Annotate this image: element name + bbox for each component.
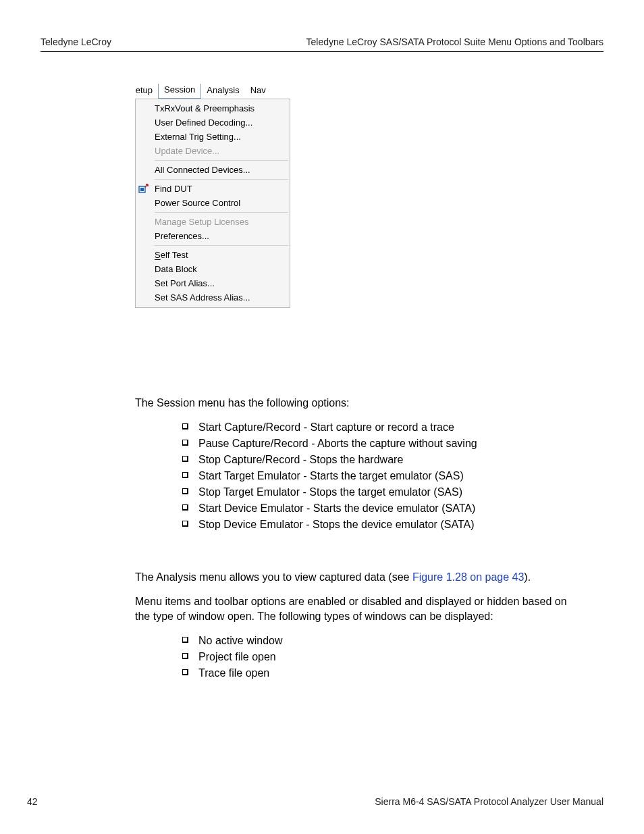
page-footer: 42 Sierra M6-4 SAS/SATA Protocol Analyze…: [27, 796, 603, 807]
list-item: Project file open: [182, 650, 581, 664]
dropdown-menu: TxRxVout & Preemphasis User Defined Deco…: [135, 99, 290, 308]
window-types-list: No active window Project file open Trace…: [135, 633, 581, 681]
session-menu-list: Start Capture/Record - Start capture or …: [135, 420, 581, 532]
menu-item-self-test[interactable]: Self Test: [136, 248, 290, 262]
list-item: Stop Capture/Record - Stops the hardware: [182, 452, 581, 467]
menu-analysis[interactable]: Analysis: [201, 84, 244, 99]
text: The Analysis menu allows you to view cap…: [135, 571, 412, 583]
header-left: Teledyne LeCroy: [41, 36, 111, 47]
menu-item-manage-setup-licenses: Manage Setup Licenses: [136, 215, 290, 229]
list-item: Start Device Emulator - Starts the devic…: [182, 501, 581, 516]
menu-separator: [155, 212, 288, 213]
menu-item-external-trig[interactable]: External Trig Setting...: [136, 130, 290, 144]
menu-item-preferences[interactable]: Preferences...: [136, 229, 290, 243]
menu-item-find-dut[interactable]: Find DUT: [136, 182, 290, 196]
figure-link[interactable]: Figure 1.28 on page 43: [412, 571, 524, 583]
menu-item-data-block[interactable]: Data Block: [136, 262, 290, 276]
app-screenshot: Setup Session Analysis Nav TxRxVout & Pr…: [135, 84, 290, 308]
menu-item-update-device: Update Device...: [136, 144, 290, 158]
menu-setup[interactable]: Setup: [135, 84, 158, 99]
list-item: Trace file open: [182, 666, 581, 681]
menu-session[interactable]: Session: [158, 84, 201, 99]
menu-item-set-sas-address-alias[interactable]: Set SAS Address Alias...: [136, 290, 290, 305]
menu-separator: [155, 245, 288, 246]
menu-nav[interactable]: Nav: [245, 84, 271, 99]
list-item: Stop Target Emulator - Stops the target …: [182, 485, 581, 500]
menu-item-user-defined-decoding[interactable]: User Defined Decoding...: [136, 115, 290, 130]
text: ).: [524, 571, 531, 583]
menu-bar: Setup Session Analysis Nav: [135, 84, 290, 99]
document-page: Teledyne LeCroy Teledyne LeCroy SAS/SATA…: [0, 0, 644, 834]
menu-separator: [155, 179, 288, 180]
session-menu-intro: The Session menu has the following optio…: [135, 396, 581, 411]
menu-item-set-port-alias[interactable]: Set Port Alias...: [136, 276, 290, 290]
footer-title: Sierra M6-4 SAS/SATA Protocol Analyzer U…: [375, 796, 603, 807]
menu-item-label: Find DUT: [155, 184, 192, 194]
page-number: 42: [27, 796, 38, 807]
analysis-menu-intro: The Analysis menu allows you to view cap…: [135, 570, 581, 585]
window-types-intro: Menu items and toolbar options are enabl…: [135, 594, 581, 624]
menu-item-power-source-control[interactable]: Power Source Control: [136, 196, 290, 210]
header-right: Teledyne LeCroy SAS/SATA Protocol Suite …: [306, 36, 603, 47]
list-item: Stop Device Emulator - Stops the device …: [182, 517, 581, 532]
list-item: Start Capture/Record - Start capture or …: [182, 420, 581, 435]
list-item: Start Target Emulator - Starts the targe…: [182, 469, 581, 484]
list-item: Pause Capture/Record - Aborts the captur…: [182, 436, 581, 451]
page-header: Teledyne LeCroy Teledyne LeCroy SAS/SATA…: [41, 36, 603, 52]
list-item: No active window: [182, 633, 581, 648]
menu-item-txrxvout[interactable]: TxRxVout & Preemphasis: [136, 101, 290, 115]
find-dut-icon: [138, 183, 149, 194]
body-text: The Session menu has the following optio…: [135, 396, 581, 693]
svg-rect-1: [140, 188, 144, 191]
menu-item-all-connected-devices[interactable]: All Connected Devices...: [136, 163, 290, 177]
menu-separator: [155, 160, 288, 161]
